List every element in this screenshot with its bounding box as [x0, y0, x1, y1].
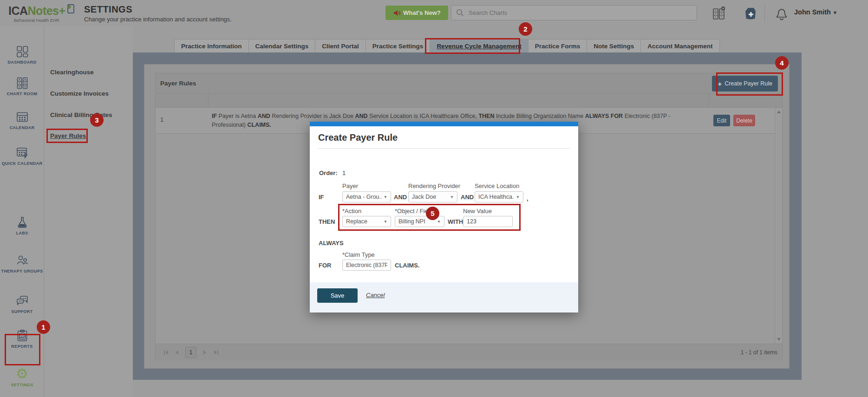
page-number-button[interactable]: 1	[185, 347, 196, 358]
sidebar-item-settings[interactable]: ⚙ SETTINGS	[0, 367, 44, 388]
always-keyword: ALWAYS	[319, 240, 344, 247]
subsidebar-item-clinical-billing-rates[interactable]: Clinical Billing Rates	[50, 111, 129, 118]
user-name: John Smith	[794, 8, 831, 16]
search-icon	[456, 9, 464, 17]
tab-band: Practice Information Calendar Settings C…	[133, 26, 868, 52]
tab-note-settings[interactable]: Note Settings	[587, 39, 641, 53]
column-divider	[709, 94, 709, 108]
chart-room-cabinet-icon	[0, 77, 44, 90]
reports-clipboard-icon	[0, 329, 44, 342]
for-keyword: FOR	[319, 262, 331, 269]
edit-button[interactable]: Edit	[713, 115, 730, 126]
plus-icon: +	[718, 80, 722, 88]
sidebar-item-dashboard[interactable]: DASHBOARD	[0, 45, 44, 65]
tab-practice-information[interactable]: Practice Information	[174, 39, 249, 53]
dropdown-arrow-icon: ▼	[384, 195, 387, 199]
search-charts-box	[451, 5, 697, 20]
settings-tabstrip: Practice Information Calendar Settings C…	[174, 39, 720, 52]
and-keyword: AND	[394, 194, 407, 201]
order-label: Order:	[319, 169, 338, 176]
support-chat-icon	[0, 294, 44, 307]
modal-divider	[318, 148, 570, 149]
modal-title: Create Payer Rule	[318, 132, 398, 143]
subsidebar-item-customize-invoices[interactable]: Customize Invoices	[50, 90, 129, 97]
app-header: ICANotes+ Behavioral Health EHR SETTINGS…	[0, 0, 868, 27]
dropdown-arrow-icon: ▼	[437, 220, 441, 224]
save-button[interactable]: Save	[317, 288, 358, 303]
tab-revenue-cycle-management[interactable]: Revenue Cycle Management	[430, 39, 528, 53]
medication-bag-add-icon[interactable]	[744, 6, 758, 20]
dashboard-grid-icon	[0, 45, 44, 58]
sidebar-item-chart-room[interactable]: CHART ROOM	[0, 77, 44, 97]
claim-type-dropdown[interactable]: Electronic (837P -...	[342, 260, 391, 271]
grid-vertical-scrollbar[interactable]	[775, 108, 782, 344]
main-sidebar: DASHBOARD CHART ROOM CALENDAR QUICK CALE…	[0, 26, 44, 397]
payer-dropdown[interactable]: Aetna - Grou...▼	[342, 191, 391, 202]
service-location-label: Service Location	[475, 182, 519, 189]
user-menu[interactable]: John Smith▾	[794, 8, 836, 16]
payer-label: Payer	[342, 182, 358, 189]
row-order-cell: 1	[160, 116, 163, 123]
if-keyword: IF	[319, 194, 324, 201]
logo-document-icon	[66, 4, 75, 14]
new-value-label: New Value	[463, 208, 492, 215]
grid-toolbar: Payer Rules + Create Payer Rule	[156, 73, 782, 94]
tab-practice-forms[interactable]: Practice Forms	[529, 39, 587, 53]
scroll-up-icon[interactable]	[777, 111, 781, 113]
sidebar-item-support[interactable]: SUPPORT	[0, 294, 44, 314]
header-divider	[764, 4, 765, 22]
scroll-down-icon[interactable]	[777, 338, 781, 341]
page-subtitle: Change your practice information and acc…	[84, 16, 232, 23]
icanotes-logo[interactable]: ICANotes+ Behavioral Health EHR	[8, 4, 83, 24]
whats-new-button[interactable]: What's New?	[385, 6, 448, 20]
previous-page-button[interactable]	[171, 347, 183, 358]
tab-practice-settings[interactable]: Practice Settings	[366, 39, 431, 53]
whats-new-label: What's New?	[403, 9, 440, 16]
settings-gear-icon: ⚙	[16, 366, 28, 381]
rendering-provider-dropdown[interactable]: Jack Doe▼	[408, 191, 457, 202]
cancel-link[interactable]: Cancel	[366, 292, 385, 299]
and-keyword: AND	[461, 194, 474, 201]
tab-client-portal[interactable]: Client Portal	[315, 39, 366, 53]
subsidebar-item-clearinghouse[interactable]: Clearinghouse	[50, 69, 129, 76]
create-payer-rule-button[interactable]: + Create Payer Rule	[712, 76, 778, 91]
sidebar-item-reports[interactable]: REPORTS	[0, 329, 44, 349]
app-root: { "header": { "logo_primary": "ICA", "lo…	[0, 0, 868, 397]
therapy-groups-icon	[0, 254, 44, 267]
next-page-button[interactable]	[199, 347, 210, 358]
new-value-input[interactable]	[463, 216, 513, 227]
object-field-dropdown[interactable]: Billing NPI▼	[395, 216, 444, 227]
sidebar-item-labs[interactable]: LABS	[0, 216, 44, 236]
tab-account-management[interactable]: Account Management	[641, 39, 719, 53]
grid-title: Payer Rules	[160, 80, 196, 87]
pager-info: 1 - 1 of 1 items	[741, 349, 777, 356]
claim-type-label: *Claim Type	[342, 251, 375, 258]
chart-cabinet-add-icon[interactable]	[712, 6, 726, 20]
search-charts-input[interactable]	[468, 9, 692, 17]
action-label: *Action	[342, 208, 361, 215]
notifications-bell-icon[interactable]	[775, 6, 789, 20]
column-divider	[208, 94, 209, 108]
logo-tagline: Behavioral Health EHR	[14, 18, 83, 23]
sidebar-item-quick-calendar[interactable]: QUICK CALENDAR	[0, 146, 44, 166]
logo-wordmark: ICANotes+	[8, 4, 83, 18]
action-dropdown[interactable]: Replace▼	[342, 216, 391, 227]
quick-calendar-icon	[0, 146, 44, 159]
then-keyword: THEN	[319, 218, 335, 225]
order-value: 1	[342, 169, 346, 176]
grid-header-row: Order↑ ⋮ Payer Rule Actions	[156, 94, 782, 108]
sidebar-item-therapy-groups[interactable]: THERAPY GROUPS	[0, 254, 44, 274]
labs-flask-icon	[0, 216, 44, 229]
calendar-icon	[0, 111, 44, 124]
subsidebar-item-payer-rules[interactable]: Payer Rules	[50, 132, 129, 139]
with-keyword: WITH	[448, 218, 463, 225]
dropdown-arrow-icon: ▼	[450, 195, 454, 199]
service-location-dropdown[interactable]: ICA Healthca...▼	[475, 191, 523, 202]
page-title: SETTINGS	[84, 4, 132, 15]
tab-calendar-settings[interactable]: Calendar Settings	[249, 39, 316, 53]
claims-keyword: CLAIMS.	[395, 262, 419, 269]
first-page-button[interactable]	[160, 347, 171, 358]
delete-button[interactable]: Delete	[733, 115, 755, 126]
sidebar-item-calendar[interactable]: CALENDAR	[0, 111, 44, 130]
last-page-button[interactable]	[210, 347, 222, 358]
